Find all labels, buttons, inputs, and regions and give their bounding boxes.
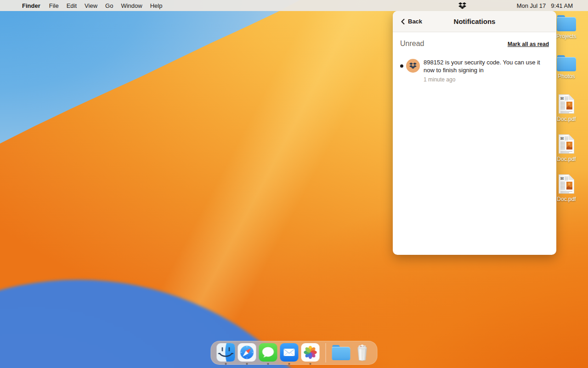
desktop-icon-label: Doc.pdf [557,156,576,162]
menu-app-finder[interactable]: Finder [22,2,40,9]
desktop-icon-label: Doc.pdf [557,196,576,202]
back-label: Back [408,18,422,25]
safari-icon [238,343,256,362]
desktop-icon-label: Projects [556,33,576,40]
menu-go[interactable]: Go [105,2,113,9]
back-button[interactable]: Back [401,18,422,25]
pdf-document-icon: H [558,174,575,194]
desktop-icon-label: Doc.pdf [557,116,576,122]
unread-section-title: Unread [400,40,424,48]
notifications-panel-body: Unread Mark all as read 898152 is your s… [393,32,556,90]
svg-text:H: H [560,176,564,181]
mail-icon [280,343,299,362]
dock-separator [326,343,326,362]
menu-bar: Finder File Edit View Go Window Help Mon… [0,0,588,11]
notifications-panel-header: Back Notifications [393,11,556,32]
dock [211,341,378,365]
folder-icon [332,345,351,360]
finder-icon [217,343,235,362]
dropbox-status-icon[interactable] [458,2,466,9]
dock-item-messages[interactable] [259,343,277,362]
svg-text:H: H [560,136,564,141]
menu-file[interactable]: File [49,2,59,9]
dock-item-trash[interactable] [353,343,372,362]
folder-icon [557,55,576,71]
menu-window[interactable]: Window [121,2,142,9]
dock-item-safari[interactable] [238,343,256,362]
notifications-panel: Back Notifications Unread Mark all as re… [393,11,556,255]
dropbox-icon [409,63,417,69]
notification-message: 898152 is your security code. You can us… [424,59,544,75]
folder-icon [557,15,576,31]
dock-item-photos[interactable] [301,343,320,362]
photos-icon [301,343,320,362]
notification-item[interactable]: 898152 is your security code. You can us… [400,59,549,83]
mark-all-as-read-link[interactable]: Mark all as read [508,41,549,47]
svg-text:H: H [560,96,564,101]
trash-icon [354,343,371,362]
chevron-left-icon [401,19,405,24]
unread-dot [400,64,403,68]
messages-icon [259,343,277,362]
menu-view[interactable]: View [85,2,97,9]
dropbox-avatar [406,59,420,73]
dock-item-finder[interactable] [217,343,235,362]
notification-timestamp: 1 minute ago [424,76,544,83]
dock-item-mail[interactable] [280,343,299,362]
dock-item-folder[interactable] [332,343,351,362]
menu-help[interactable]: Help [150,2,163,9]
pdf-document-icon: H [558,134,575,154]
menu-bar-date[interactable]: Mon Jul 17 [517,2,546,9]
desktop-icon-label: Photos [558,73,575,80]
menu-edit[interactable]: Edit [67,2,77,9]
menu-bar-time[interactable]: 9:41 AM [551,2,573,9]
pdf-document-icon: H [558,94,575,114]
